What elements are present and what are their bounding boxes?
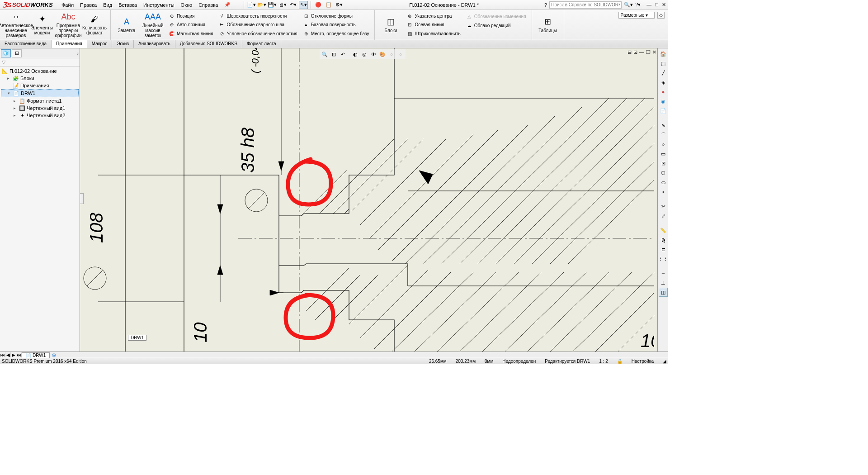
dim-icon[interactable]: ↔ [659, 269, 668, 278]
spline-icon[interactable]: ∿ [659, 121, 668, 130]
blocks-button[interactable]: ◫Блоки [377, 11, 404, 39]
extend-icon[interactable]: ⤢ [659, 211, 668, 220]
drawing-canvas[interactable]: 108 35 h8 ( -0,04 ) 10 10 🔍 ⊡ ↶ ◐ ◎ 👁 🎨 … [80, 48, 657, 352]
panel-collapse-handle[interactable] [80, 193, 84, 204]
circle-icon[interactable]: ○ [659, 140, 668, 149]
datumtarget-button[interactable]: ⊕Место, определяющее базу [302, 30, 370, 37]
hide-show-icon[interactable]: 👁 [369, 50, 377, 58]
layer-button[interactable]: ◇ [657, 12, 665, 19]
weldsymbol-button[interactable]: ⊢Обозначение сварного шва [218, 21, 298, 28]
tree-root[interactable]: 📐П.012-02 Основание [1, 67, 79, 75]
menu-help[interactable]: Справка [196, 1, 221, 9]
status-scale[interactable]: 1 : 2 [599, 359, 608, 364]
sheet-next-icon[interactable]: ▶ [11, 352, 16, 357]
maximize-button[interactable]: □ [655, 2, 658, 8]
doc-tile-icon[interactable]: ⊡ [633, 49, 637, 55]
position-button[interactable]: ⊙Позиция [168, 13, 214, 20]
relation-icon[interactable]: ⊥ [659, 278, 668, 287]
section-view-icon[interactable]: ◐ [351, 50, 359, 58]
tab-sheetformat[interactable]: Формат листа [242, 40, 281, 48]
tab-viewlayout[interactable]: Расположение вида [0, 40, 52, 48]
settings-button[interactable]: ⚙▾ [335, 1, 344, 9]
menu-tools[interactable]: Инструменты [141, 1, 177, 9]
revcloud-button[interactable]: ☁Облако редакций [465, 22, 527, 29]
tab-swaddins[interactable]: Добавления SOLIDWORKS [175, 40, 242, 48]
menu-pin-icon[interactable]: 📌 [222, 1, 233, 9]
offset-icon[interactable]: ⊏ [659, 245, 668, 254]
home-icon[interactable]: 🏠 [659, 49, 668, 58]
centerline-button[interactable]: ⊡Осевая линия [406, 21, 461, 28]
open-button[interactable]: 📂▾ [257, 1, 266, 9]
display-icon[interactable]: ◫ [659, 288, 668, 297]
tree-sheetformat[interactable]: ▸📋Формат листа1 [1, 97, 79, 104]
menu-edit[interactable]: Правка [77, 1, 99, 9]
doc-min2-icon[interactable]: — [639, 49, 644, 55]
linearnote-button[interactable]: AAAЛинейный массив заметок [140, 11, 166, 39]
point-icon[interactable]: • [659, 187, 668, 196]
doc-min-icon[interactable]: ⊟ [627, 49, 632, 55]
tab-sketch[interactable]: Эскиз [112, 40, 134, 48]
menu-view[interactable]: Вид [100, 1, 115, 9]
centerrect-icon[interactable]: ⊡ [659, 159, 668, 168]
doc-max-icon[interactable]: ❐ [646, 49, 651, 55]
appearance-ball-icon[interactable]: ● [659, 87, 668, 96]
pattern-icon[interactable]: ⋮⋮ [659, 254, 668, 263]
new-button[interactable]: 📄▾ [247, 1, 256, 9]
select-button[interactable]: ↖▾ [299, 1, 308, 9]
trim-icon[interactable]: ✂ [659, 202, 668, 211]
note-button[interactable]: AЗаметка [113, 11, 140, 39]
search-icon[interactable]: 🔍▾ [624, 2, 633, 8]
menu-window[interactable]: Окно [178, 1, 195, 9]
tab-annotation[interactable]: Примечания [52, 40, 87, 48]
options-button[interactable]: 📋 [324, 1, 333, 9]
decal-icon[interactable]: ◉ [659, 97, 668, 106]
tree-view2[interactable]: ▸✦Чертежный вид2 [1, 112, 79, 119]
slot-icon[interactable]: ⬭ [659, 178, 668, 187]
add-sheet-icon[interactable]: ◎ [50, 352, 58, 357]
mirror-icon[interactable]: ⧎ [659, 235, 668, 244]
status-custom[interactable]: Настройка [632, 359, 654, 364]
dimensions-select[interactable]: Размерные ▾ [618, 12, 655, 19]
rect-icon[interactable]: ▭ [659, 149, 668, 158]
box-icon[interactable]: ⬚ [659, 59, 668, 68]
sheet-icon[interactable]: 📄 [659, 106, 668, 115]
rebuild-button[interactable]: 🔴 [314, 1, 323, 9]
zoom-fit-icon[interactable]: 🔍 [321, 50, 329, 58]
menu-insert[interactable]: Вставка [116, 1, 140, 9]
tree-drw1[interactable]: ▾📄DRW1 [1, 89, 79, 97]
surfacefinish-button[interactable]: √Шероховатость поверхности [218, 13, 298, 20]
tree-blocks[interactable]: ▸🧩Блоки [1, 75, 79, 82]
areahatch-button[interactable]: ▨Штриховка/заполнить [406, 30, 461, 37]
tree-view1[interactable]: ▸🔲Чертежный вид1 [1, 104, 79, 112]
tab-macro[interactable]: Макрос [87, 40, 113, 48]
copyformat-button[interactable]: 🖌Копировать формат [81, 11, 108, 39]
undo-button[interactable]: ↶▾ [288, 1, 297, 9]
formtol-button[interactable]: ⊡Отклонение формы [302, 13, 370, 20]
search-input[interactable] [549, 1, 622, 9]
sheet-tab-drw1[interactable]: 📄DRW1 [22, 352, 50, 358]
prev-view-icon[interactable]: ↶ [339, 50, 347, 58]
help-dropdown[interactable]: ?▾ [635, 2, 641, 8]
tab-analyze[interactable]: Анализировать [134, 40, 175, 48]
plane-icon[interactable]: ◈ [659, 78, 668, 87]
holecallout-button[interactable]: ⊘Условное обозначение отверстия [218, 30, 298, 37]
close-button[interactable]: ✕ [662, 2, 666, 8]
help-icon[interactable]: ? [544, 2, 547, 8]
autoposition-button[interactable]: ⊛Авто-позиция [168, 21, 214, 28]
filter-icon[interactable]: ▽ [2, 59, 5, 65]
propertymanager-tab[interactable]: ⊞ [12, 49, 22, 57]
minimize-button[interactable]: — [646, 2, 651, 8]
centermark-button[interactable]: ⊕Указатель центра [406, 13, 461, 20]
menu-file[interactable]: Файл [59, 1, 76, 9]
datum-button[interactable]: ▲Базовая поверхность [302, 21, 370, 28]
line-icon[interactable]: ╱ [659, 68, 668, 77]
save-button[interactable]: 💾▾ [268, 1, 277, 9]
panel-expand-icon[interactable]: › [77, 51, 79, 56]
tables-button[interactable]: ⊞Таблицы [535, 11, 561, 39]
autodim-button[interactable]: ↔Автоматическое нанесение размеров [3, 11, 29, 39]
sheet-last-icon[interactable]: ⏭ [16, 352, 22, 357]
appearance-icon[interactable]: 🎨 [378, 50, 387, 58]
spellcheck-button[interactable]: AbcПрограмма проверки орфографии [55, 11, 81, 39]
polygon-icon[interactable]: ⬡ [659, 168, 668, 177]
sheet-prev-icon[interactable]: ◀ [5, 352, 11, 357]
